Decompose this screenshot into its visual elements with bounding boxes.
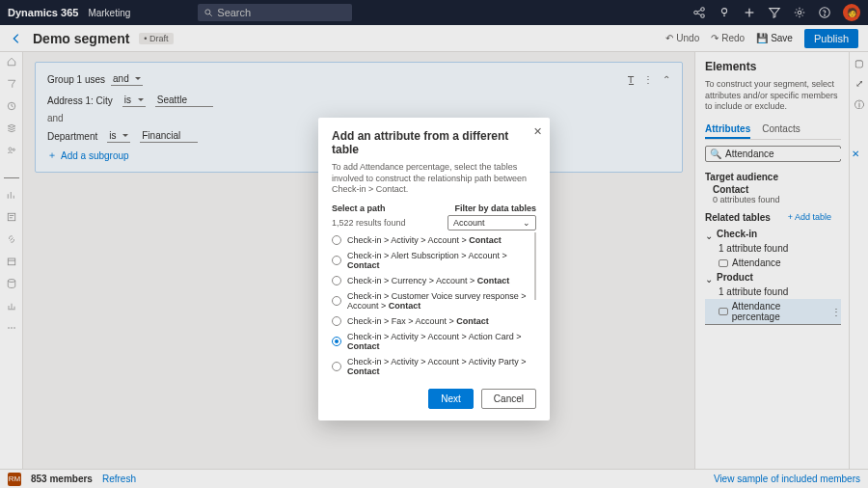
path-option[interactable]: Check-in > Activity > Account > Activity… — [332, 354, 536, 377]
path-option[interactable]: Check-in > Activity > Account > Contact — [332, 232, 536, 248]
filter-label: Filter by data tables — [454, 203, 536, 213]
scrollbar-thumb[interactable] — [534, 232, 536, 300]
path-option[interactable]: Check-in > Customer Voice survey respons… — [332, 288, 536, 313]
dialog-intro: To add Attendance percentage, select the… — [332, 162, 536, 196]
chevron-down-icon: ⌄ — [523, 218, 530, 228]
dialog-title: Add an attribute from a different table — [332, 129, 536, 156]
radio-icon — [332, 316, 341, 326]
select-path-label: Select a path — [332, 203, 441, 213]
path-option[interactable]: Check-in > Currency > Account > Contact — [332, 273, 536, 288]
results-count: 1,522 results found — [332, 218, 434, 228]
radio-icon — [332, 296, 341, 306]
radio-icon — [332, 276, 341, 285]
path-option[interactable]: Check-in > Activity > Account > Action C… — [332, 329, 536, 354]
filter-dropdown[interactable]: Account⌄ — [448, 215, 536, 230]
radio-icon — [332, 235, 341, 245]
path-option[interactable]: Check-in > Alert Subscription > Account … — [332, 248, 536, 273]
add-attribute-dialog: ✕ Add an attribute from a different tabl… — [318, 118, 550, 420]
cancel-button[interactable]: Cancel — [481, 389, 536, 409]
radio-icon — [332, 337, 341, 346]
radio-icon — [332, 362, 341, 371]
close-button[interactable]: ✕ — [533, 125, 542, 138]
radio-icon — [332, 256, 341, 265]
next-button[interactable]: Next — [428, 389, 474, 409]
path-list: Check-in > Activity > Account > ContactC… — [332, 232, 536, 377]
path-option[interactable]: Check-in > Fax > Account > Contact — [332, 313, 536, 329]
